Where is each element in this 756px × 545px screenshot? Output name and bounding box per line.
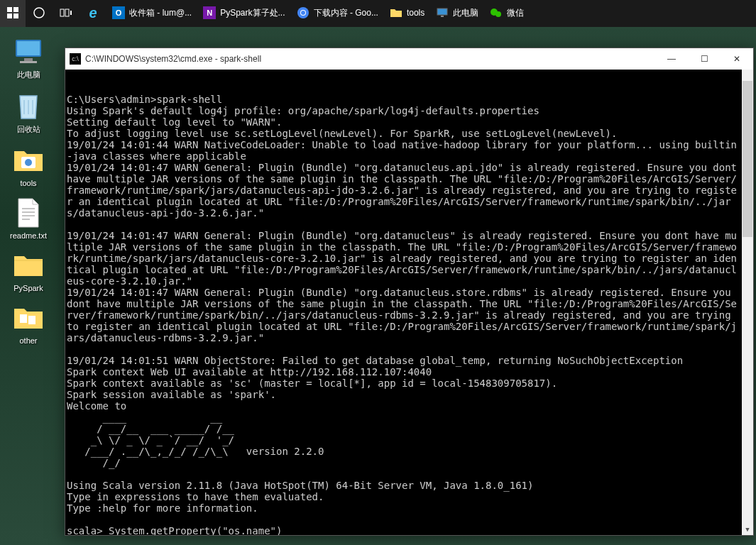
recycle-icon xyxy=(13,90,44,121)
terminal-line: 19/01/24 14:01:51 WARN ObjectStore: Fail… xyxy=(67,355,683,366)
desktop-icon-pyspark[interactable]: PySpark xyxy=(1,250,55,292)
scala-cmd: System.getProperty("os.name") xyxy=(103,525,283,535)
cmd-icon: c:\ xyxy=(70,53,81,65)
titlebar[interactable]: c:\ C:\WINDOWS\system32\cmd.exe - spark-… xyxy=(65,48,753,70)
desktop-icon-tools[interactable]: tools xyxy=(1,145,55,187)
terminal-body[interactable]: C:\Users\admin>spark-shell Using Spark's… xyxy=(65,70,753,535)
folder-icon xyxy=(13,145,44,176)
desktop-icon-recycle[interactable]: 回收站 xyxy=(1,90,55,135)
txt-icon xyxy=(13,197,44,229)
taskbar-onenote[interactable]: N PySpark算子处... xyxy=(197,0,290,27)
desktop-label: 回收站 xyxy=(17,124,40,135)
svg-rect-11 xyxy=(437,9,447,15)
terminal-line: Spark session available as 'spark'. xyxy=(67,389,276,400)
svg-point-14 xyxy=(495,11,501,17)
terminal-line: Type in expressions to have them evaluat… xyxy=(67,491,324,502)
terminal-line: Type :help for more information. xyxy=(67,502,258,514)
terminal-line: Spark context Web UI available at http:/… xyxy=(67,366,432,378)
wechat-icon xyxy=(490,6,503,19)
taskbar-pc[interactable]: 此电脑 xyxy=(430,0,484,27)
start-button[interactable] xyxy=(0,0,26,27)
scrollbar[interactable]: ▲ ▼ xyxy=(742,70,753,535)
window-title: C:\WINDOWS\system32\cmd.exe - spark-shel… xyxy=(85,54,261,64)
taskbar-label: 收件箱 - lum@... xyxy=(129,7,192,19)
windows-icon xyxy=(7,7,18,18)
svg-rect-5 xyxy=(60,9,64,16)
taskbar: e O 收件箱 - lum@... N PySpark算子处... 下载内容 -… xyxy=(0,0,756,27)
spark-ascii: ____ __ / __/__ ___ _____/ /__ _\ \/ _ \… xyxy=(67,412,324,468)
scroll-thumb[interactable] xyxy=(743,81,752,237)
taskbar-label: PySpark算子处... xyxy=(220,7,285,19)
svg-rect-1 xyxy=(13,7,18,12)
svg-point-4 xyxy=(34,8,44,18)
scroll-down-button[interactable]: ▼ xyxy=(742,524,753,535)
terminal-line: Welcome to xyxy=(67,400,126,412)
terminal-line: Using Spark's default log4j profile: org… xyxy=(67,105,539,116)
taskbar-label: 下载内容 - Goo... xyxy=(314,7,378,19)
scala-prompt: scala> xyxy=(67,525,103,535)
desktop-label: other xyxy=(19,336,37,345)
desktop-icon-pc[interactable]: 此电脑 xyxy=(1,35,55,80)
desktop-icons: 此电脑 回收站 tools readme.txt PySpark other xyxy=(0,35,57,345)
circle-icon xyxy=(33,6,45,19)
terminal-line: Setting default log level to "WARN". xyxy=(67,116,282,128)
terminal-line: To adjust logging level use sc.setLogLev… xyxy=(67,128,617,139)
desktop-icon-other[interactable]: other xyxy=(1,302,55,345)
cortana-button[interactable] xyxy=(26,0,53,27)
taskbar-folder[interactable]: tools xyxy=(384,0,430,27)
terminal-line: 19/01/24 14:01:44 WARN NativeCodeLoader:… xyxy=(67,139,737,162)
desktop-label: PySpark xyxy=(13,284,43,292)
terminal-line: 19/01/24 14:01:47 WARN General: Plugin (… xyxy=(67,287,737,343)
pc-icon xyxy=(13,35,44,67)
scroll-track[interactable] xyxy=(742,81,753,524)
ie-icon: e xyxy=(87,6,99,19)
svg-rect-18 xyxy=(20,61,37,63)
desktop-label: tools xyxy=(20,179,36,187)
svg-rect-6 xyxy=(65,9,69,16)
onenote-icon: N xyxy=(203,6,216,19)
svg-rect-3 xyxy=(13,13,18,18)
taskbar-wechat[interactable]: 微信 xyxy=(484,0,530,27)
terminal-line: Using Scala version 2.11.8 (Java HotSpot… xyxy=(67,480,533,491)
folder-icon xyxy=(13,250,44,281)
svg-rect-0 xyxy=(7,7,12,12)
svg-rect-17 xyxy=(24,58,33,61)
taskview-icon xyxy=(60,7,72,18)
terminal-content: C:\Users\admin>spark-shell Using Spark's… xyxy=(67,94,753,535)
desktop-label: readme.txt xyxy=(10,231,47,240)
taskbar-label: 微信 xyxy=(507,7,524,19)
svg-rect-25 xyxy=(20,314,27,323)
close-button[interactable]: ✕ xyxy=(721,48,753,70)
outlook-icon: O xyxy=(112,6,125,19)
folder-icon xyxy=(13,302,44,334)
svg-rect-7 xyxy=(70,11,72,15)
taskbar-label: tools xyxy=(407,8,424,18)
svg-rect-12 xyxy=(441,16,444,17)
terminal-window: c:\ C:\WINDOWS\system32\cmd.exe - spark-… xyxy=(65,48,754,536)
pc-icon xyxy=(436,6,449,19)
desktop-icon-readme[interactable]: readme.txt xyxy=(1,197,55,240)
taskbar-chrome[interactable]: 下载内容 - Goo... xyxy=(291,0,384,27)
terminal-line: 19/01/24 14:01:47 WARN General: Plugin (… xyxy=(67,162,743,219)
taskbar-label: 此电脑 xyxy=(453,7,478,19)
taskbar-outlook[interactable]: O 收件箱 - lum@... xyxy=(106,0,197,27)
svg-point-10 xyxy=(301,11,305,15)
svg-point-20 xyxy=(25,159,32,166)
taskview-button[interactable] xyxy=(53,0,80,27)
folder-icon xyxy=(390,6,402,19)
terminal-line: Spark context available as 'sc' (master … xyxy=(67,378,557,389)
svg-rect-16 xyxy=(17,41,40,55)
minimize-button[interactable]: — xyxy=(655,48,688,70)
maximize-button[interactable]: ☐ xyxy=(688,48,721,70)
svg-rect-2 xyxy=(7,13,12,18)
desktop-label: 此电脑 xyxy=(17,70,40,80)
svg-rect-26 xyxy=(28,316,35,324)
chrome-icon xyxy=(297,6,309,19)
prompt: C:\Users\admin> xyxy=(67,94,156,105)
ie-button[interactable]: e xyxy=(80,0,106,27)
terminal-line: 19/01/24 14:01:47 WARN General: Plugin (… xyxy=(67,230,737,287)
command: spark-shell xyxy=(156,94,222,105)
